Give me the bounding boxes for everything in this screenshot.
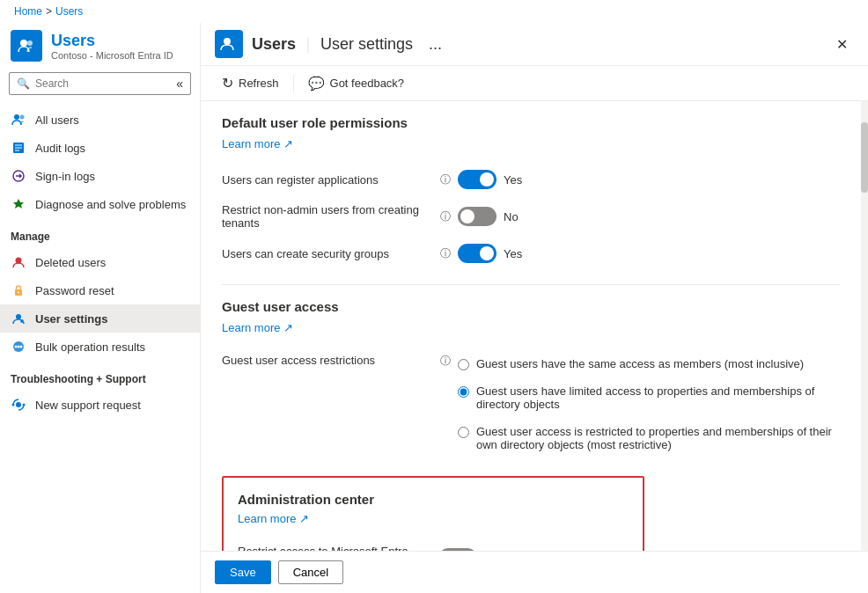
breadcrumb-users[interactable]: Users — [55, 5, 83, 18]
admin-center-learn-more[interactable]: Learn more ↗ — [238, 512, 309, 525]
sidebar-item-new-support[interactable]: New support request — [0, 391, 200, 419]
toolbar-divider — [293, 75, 294, 92]
default-permissions-learn-more[interactable]: Learn more ↗ — [222, 137, 293, 150]
register-apps-control: Yes — [458, 170, 522, 189]
sidebar-item-label: Deleted users — [35, 256, 106, 269]
restrict-tenants-control: No — [458, 207, 519, 226]
guest-access-title: Guest user access — [222, 299, 840, 314]
sidebar-item-all-users[interactable]: All users — [0, 106, 200, 134]
admin-center-title: Administration center — [238, 492, 629, 507]
security-groups-row: Users can create security groups ⓘ Yes — [222, 237, 840, 270]
restrict-admin-row: Restrict access to Microsoft Entra admin… — [238, 538, 629, 551]
cancel-button[interactable]: Cancel — [278, 560, 343, 584]
guest-radio-3: Guest user access is restricted to prope… — [458, 421, 840, 455]
deleted-users-icon — [11, 254, 26, 270]
scrollbar[interactable] — [861, 101, 868, 551]
guest-restrictions-label: Guest user access restrictions — [222, 354, 433, 367]
sidebar-item-label: Password reset — [35, 284, 114, 297]
feedback-icon: 💬 — [308, 76, 325, 92]
svg-point-17 — [20, 346, 23, 348]
sidebar-item-diagnose[interactable]: Diagnose and solve problems — [0, 190, 200, 218]
collapse-sidebar-button[interactable]: « — [176, 77, 183, 91]
sidebar-header: Users Contoso - Microsoft Entra ID — [0, 23, 200, 65]
feedback-button[interactable]: 💬 Got feedback? — [301, 72, 412, 95]
default-permissions-section: Default user role permissions Learn more… — [222, 115, 840, 270]
audit-logs-icon — [11, 140, 26, 156]
signin-logs-icon — [11, 168, 26, 184]
toolbar: ↻ Refresh 💬 Got feedback? — [201, 66, 868, 101]
scrollbar-thumb — [861, 122, 868, 193]
guest-radio-3-input[interactable] — [458, 427, 469, 438]
guest-restrictions-row: Guest user access restrictions ⓘ Guest u… — [222, 347, 840, 462]
register-apps-info-icon[interactable]: ⓘ — [440, 172, 451, 187]
password-reset-icon — [11, 282, 26, 298]
page-header: Users | User settings ... ✕ — [201, 23, 868, 66]
svg-point-11 — [18, 292, 19, 294]
search-icon: 🔍 — [17, 77, 30, 90]
external-link-icon: ↗ — [283, 137, 293, 150]
guest-radio-3-label: Guest user access is restricted to prope… — [476, 425, 840, 451]
security-groups-info-icon[interactable]: ⓘ — [440, 246, 451, 261]
sidebar-item-bulk-results[interactable]: Bulk operation results — [0, 333, 200, 361]
sidebar-nav-support: New support request — [0, 387, 200, 422]
all-users-icon — [11, 112, 26, 128]
sidebar-subtitle: Contoso - Microsoft Entra ID — [51, 50, 173, 61]
close-button[interactable]: ✕ — [829, 32, 854, 56]
svg-point-18 — [16, 402, 21, 407]
page-title-block: Users | User settings — [252, 35, 413, 54]
sidebar-nav-manage: Deleted users Password reset — [0, 245, 200, 364]
restrict-tenants-info-icon[interactable]: ⓘ — [440, 209, 451, 224]
footer-bar: Save Cancel — [201, 551, 868, 593]
guest-radio-group: Guest users have the same access as memb… — [458, 354, 840, 455]
user-settings-icon — [11, 311, 26, 326]
divider-1 — [222, 284, 840, 285]
bulk-results-icon — [11, 339, 26, 355]
restrict-admin-label: Restrict access to Microsoft Entra admin… — [238, 545, 414, 551]
guest-access-learn-more[interactable]: Learn more ↗ — [222, 321, 293, 334]
register-apps-label: Users can register applications — [222, 173, 433, 187]
restrict-admin-toggle[interactable] — [438, 548, 477, 551]
refresh-label: Refresh — [239, 77, 279, 90]
restrict-tenants-label: Restrict non-admin users from creating t… — [222, 203, 433, 230]
security-groups-control: Yes — [458, 244, 522, 263]
security-groups-toggle[interactable] — [458, 244, 497, 263]
svg-point-21 — [224, 38, 231, 45]
sidebar-item-deleted-users[interactable]: Deleted users — [0, 248, 200, 276]
support-icon — [11, 397, 26, 413]
sidebar-item-label: All users — [35, 113, 79, 127]
page-section-title: User settings — [320, 35, 413, 53]
sidebar-item-signin-logs[interactable]: Sign-in logs — [0, 162, 200, 190]
guest-radio-2-input[interactable] — [458, 386, 469, 398]
diagnose-icon — [11, 196, 26, 212]
title-divider: | — [306, 35, 311, 53]
restrict-tenants-row: Restrict non-admin users from creating t… — [222, 196, 840, 237]
restrict-tenants-toggle[interactable] — [458, 207, 497, 226]
restrict-tenants-value: No — [504, 210, 519, 223]
external-link-icon-2: ↗ — [283, 321, 293, 334]
sidebar-item-user-settings[interactable]: User settings — [0, 304, 200, 333]
security-groups-label: Users can create security groups — [222, 247, 433, 260]
sidebar-item-label: Diagnose and solve problems — [35, 198, 186, 211]
guest-radio-1-input[interactable] — [458, 359, 469, 370]
sidebar-item-audit-logs[interactable]: Audit logs — [0, 134, 200, 162]
register-apps-toggle[interactable] — [458, 170, 497, 189]
sidebar-item-label: User settings — [35, 312, 107, 326]
sidebar-logo-icon — [11, 30, 42, 62]
sidebar: Users Contoso - Microsoft Entra ID 🔍 « — [0, 23, 201, 593]
save-button[interactable]: Save — [215, 560, 271, 584]
guest-radio-1-label: Guest users have the same access as memb… — [476, 357, 804, 370]
sidebar-item-password-reset[interactable]: Password reset — [0, 276, 200, 304]
breadcrumb-home[interactable]: Home — [14, 5, 42, 18]
guest-restrictions-info-icon[interactable]: ⓘ — [440, 354, 451, 369]
search-box: 🔍 « — [9, 72, 191, 95]
refresh-button[interactable]: ↻ Refresh — [215, 71, 286, 95]
external-link-icon-3: ↗ — [299, 512, 309, 525]
svg-point-16 — [18, 346, 20, 348]
register-apps-value: Yes — [504, 173, 522, 187]
page-more-button[interactable]: ... — [429, 35, 442, 54]
search-input[interactable] — [35, 77, 167, 90]
default-permissions-title: Default user role permissions — [222, 115, 840, 130]
guest-radio-2: Guest users have limited access to prope… — [458, 381, 840, 414]
sidebar-item-label: New support request — [35, 399, 141, 412]
security-groups-value: Yes — [504, 247, 522, 260]
